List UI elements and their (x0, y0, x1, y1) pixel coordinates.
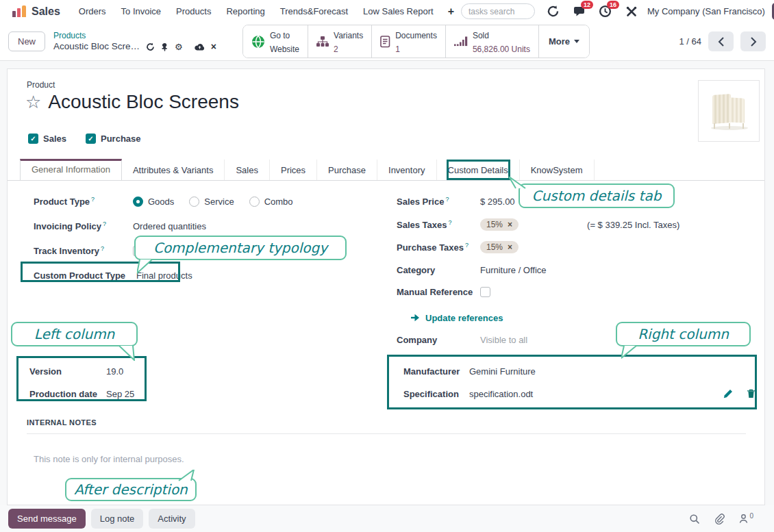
version-label: Version (29, 366, 106, 377)
attachments-button[interactable] (714, 514, 725, 524)
chevron-down-icon (574, 40, 579, 43)
remove-tag-icon[interactable]: × (508, 220, 512, 229)
followers-button[interactable]: 0 (738, 514, 753, 524)
activity-button[interactable]: Activity (149, 509, 195, 529)
help-icon[interactable]: ? (91, 196, 95, 203)
previous-record-button[interactable] (708, 31, 734, 51)
custom-product-type-label: Custom Product Type (34, 270, 136, 281)
app-name[interactable]: Sales (32, 5, 60, 18)
tab-custom-details[interactable]: Custom Details (437, 160, 520, 180)
tools-icon[interactable] (624, 4, 639, 19)
cloud-save-icon[interactable] (195, 43, 205, 51)
help-icon[interactable]: ? (103, 220, 106, 227)
sales-taxes-label: Sales Taxes (397, 220, 447, 230)
custom-product-type-value[interactable]: Final products (136, 270, 192, 281)
nav-item-to-invoice[interactable]: To Invoice (114, 6, 169, 16)
gear-icon[interactable]: ⚙ (175, 42, 183, 51)
trash-icon[interactable] (747, 389, 756, 398)
update-references-row: Update references (410, 310, 769, 325)
company-switcher[interactable]: My Company (San Francisco) (647, 6, 765, 16)
invoicing-policy-value[interactable]: Ordered quantities (133, 221, 206, 231)
help-icon[interactable]: ? (101, 245, 104, 252)
radio-unselected-icon (189, 197, 199, 207)
tab-purchase[interactable]: Purchase (317, 160, 377, 180)
sales-checkbox[interactable]: ✓ Sales (28, 134, 66, 144)
product-image[interactable] (698, 80, 760, 142)
radio-goods[interactable]: Goods (133, 197, 174, 207)
production-date-value[interactable]: Sep 25 (106, 389, 134, 399)
company-label: Company (397, 335, 480, 345)
favorite-star-icon[interactable]: ☆ (25, 93, 41, 111)
internal-notes-placeholder[interactable]: This note is only for internal purposes. (34, 454, 184, 464)
radio-combo[interactable]: Combo (249, 197, 293, 207)
log-note-button[interactable]: Log note (91, 509, 144, 529)
purchase-checkbox[interactable]: ✓ Purchase (86, 134, 141, 144)
new-button[interactable]: New (8, 31, 45, 51)
company-value[interactable]: Visible to all (480, 335, 527, 345)
tab-prices[interactable]: Prices (270, 160, 317, 180)
nav-item-reporting[interactable]: Reporting (219, 6, 272, 16)
specification-label: Specification (403, 389, 469, 399)
variants-button[interactable]: Variants 2 (308, 25, 372, 57)
version-value[interactable]: 19.0 (106, 366, 123, 377)
product-title[interactable]: Acoustic Bloc Screens (48, 91, 239, 113)
field-sales-taxes: Sales Taxes? 15%× (= $ 339.25 Incl. Taxe… (397, 217, 756, 232)
tab-general-information[interactable]: General Information (20, 159, 122, 181)
next-record-button[interactable] (740, 31, 766, 51)
go-to-website-button[interactable]: Go to Website (243, 25, 308, 57)
documents-button[interactable]: Documents 1 (372, 25, 446, 57)
notebook-tabs: General Information Attributes & Variant… (8, 158, 764, 181)
sales-tax-tag[interactable]: 15%× (480, 218, 519, 231)
pager-counter: 1 / 64 (679, 36, 701, 47)
sales-price-label: Sales Price (397, 197, 444, 207)
track-inventory-checkbox[interactable] (133, 246, 143, 256)
activities-clock-icon[interactable]: 16 (598, 4, 613, 19)
sales-app-icon[interactable] (12, 5, 26, 17)
discard-icon[interactable]: × (211, 42, 216, 51)
website-label-line2: Website (270, 45, 299, 54)
sales-price-value[interactable]: $ 295.00 (480, 197, 515, 207)
sync-icon[interactable] (546, 4, 561, 19)
remove-tag-icon[interactable]: × (508, 242, 512, 252)
radio-service[interactable]: Service (189, 197, 234, 207)
sold-button[interactable]: Sold 56,826.00 Units (446, 25, 539, 57)
pin-icon[interactable] (161, 42, 168, 51)
nav-item-orders[interactable]: Orders (71, 6, 114, 16)
messages-icon[interactable]: 12 (572, 4, 587, 19)
help-icon[interactable]: ? (465, 242, 469, 249)
edit-pencil-icon[interactable] (723, 389, 733, 398)
breadcrumb-products-link[interactable]: Products (53, 31, 216, 41)
specification-value[interactable]: specification.odt (469, 389, 533, 399)
field-specification: Specification specification.odt (403, 386, 756, 401)
internal-notes-heading: INTERNAL NOTES (27, 418, 97, 427)
notes-divider (27, 433, 746, 434)
purchase-tax-tag[interactable]: 15%× (480, 241, 519, 253)
search-messages-button[interactable] (689, 514, 700, 524)
tab-inventory[interactable]: Inventory (377, 160, 436, 180)
plus-icon[interactable]: + (441, 5, 461, 18)
stat-button-group: Go to Website Variants 2 Documents 1 Sol… (242, 25, 590, 58)
help-icon[interactable]: ? (448, 219, 451, 226)
tab-knowsystem[interactable]: KnowSystem (520, 160, 595, 180)
refresh-icon[interactable] (146, 42, 155, 51)
send-message-button[interactable]: Send message (8, 509, 86, 529)
manual-reference-checkbox[interactable] (480, 287, 490, 297)
production-date-label: Production date (29, 389, 106, 399)
update-references-label: Update references (425, 313, 503, 323)
update-references-link[interactable]: Update references (410, 313, 503, 323)
more-label: More (549, 36, 570, 47)
more-button[interactable]: More (539, 25, 589, 57)
nav-item-products[interactable]: Products (168, 6, 219, 16)
tab-sales[interactable]: Sales (225, 160, 270, 180)
help-icon[interactable]: ? (445, 196, 449, 203)
manufacturer-value[interactable]: Gemini Furniture (469, 366, 536, 377)
pager: 1 / 64 (679, 31, 766, 51)
nav-item-low-sales-report[interactable]: Low Sales Report (355, 6, 441, 16)
tab-attributes-variants[interactable]: Attributes & Variants (122, 160, 225, 180)
field-manual-reference: Manual Reference (397, 284, 756, 299)
sold-value: 56,826.00 Units (473, 45, 530, 54)
tasks-search-input[interactable] (461, 3, 535, 19)
category-value[interactable]: Furniture / Office (480, 265, 547, 275)
field-custom-product-type: Custom Product Type Final products (34, 268, 192, 283)
nav-item-trends-forecast[interactable]: Trends&Forecast (273, 6, 355, 16)
